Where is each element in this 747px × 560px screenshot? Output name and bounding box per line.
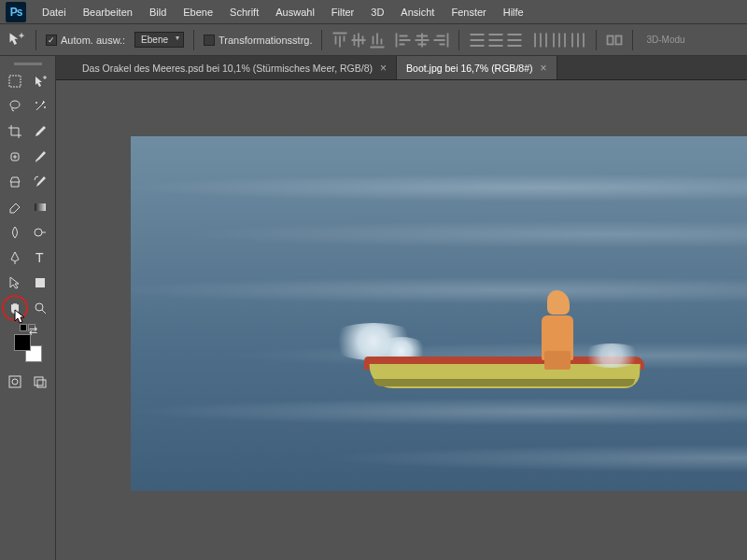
path-select-tool[interactable]	[3, 271, 27, 295]
align-right-icon[interactable]	[432, 32, 449, 49]
dist-left-icon[interactable]	[532, 32, 549, 49]
transform-label: Transformationsstrg.	[218, 35, 312, 46]
menu-image[interactable]: Bild	[141, 7, 175, 18]
tab-label: Boot.jpg bei 16,7% (RGB/8#)	[406, 63, 532, 74]
mode-label: 3D-Modu	[646, 35, 684, 45]
svg-rect-1	[616, 35, 622, 44]
align-top-icon[interactable]	[331, 32, 348, 49]
checkbox-icon	[46, 35, 57, 46]
editor-area: Das Orakel des Meeres.psd bei 10,1% (Stü…	[56, 56, 747, 560]
menu-layer[interactable]: Ebene	[175, 7, 221, 18]
canvas-image	[131, 136, 747, 491]
svg-rect-7	[35, 203, 46, 211]
dist-right-icon[interactable]	[570, 32, 586, 49]
dist-hcenter-icon[interactable]	[551, 32, 568, 49]
type-tool[interactable]: T	[28, 245, 52, 270]
svg-rect-15	[37, 380, 46, 387]
svg-point-11	[35, 303, 43, 311]
zoom-tool[interactable]	[28, 296, 52, 320]
toolbox: T ⇄	[0, 56, 56, 560]
svg-point-5	[44, 106, 46, 108]
screenmode-tool[interactable]	[28, 370, 52, 394]
separator	[596, 30, 597, 50]
target-dropdown[interactable]: Ebene	[134, 32, 184, 48]
menu-3d[interactable]: 3D	[362, 7, 392, 18]
distribute-group-1	[469, 32, 523, 49]
spot-heal-tool[interactable]	[3, 145, 27, 169]
menu-bar: Ps Datei Bearbeiten Bild Ebene Schrift A…	[0, 0, 747, 24]
close-icon[interactable]: ×	[540, 62, 546, 75]
swap-colors-icon[interactable]: ⇄	[28, 324, 35, 331]
marquee-tool[interactable]	[3, 69, 27, 93]
separator	[35, 30, 36, 50]
clone-stamp-tool[interactable]	[3, 170, 27, 194]
shape-tool[interactable]	[28, 271, 52, 295]
svg-point-4	[35, 102, 37, 104]
checkbox-icon	[204, 35, 215, 46]
svg-rect-12	[9, 376, 21, 387]
menu-filter[interactable]: Filter	[323, 7, 362, 18]
workspace: T ⇄	[0, 56, 747, 560]
tab-label: Das Orakel des Meeres.psd bei 10,1% (Stü…	[82, 63, 373, 74]
dodge-tool[interactable]	[28, 220, 52, 245]
menu-type[interactable]: Schrift	[221, 7, 267, 18]
menu-file[interactable]: Datei	[34, 7, 75, 18]
app-logo: Ps	[6, 2, 26, 22]
svg-rect-0	[608, 35, 613, 44]
magic-wand-tool[interactable]	[28, 94, 52, 119]
move-tool-icon[interactable]	[7, 31, 26, 49]
svg-rect-2	[9, 76, 21, 87]
crop-tool[interactable]	[3, 119, 27, 144]
separator	[321, 30, 322, 50]
canvas-area[interactable]	[56, 80, 747, 560]
dist-vcenter-icon[interactable]	[487, 32, 504, 49]
svg-text:T: T	[35, 250, 44, 265]
pen-tool[interactable]	[3, 245, 27, 270]
svg-point-8	[35, 229, 42, 236]
close-icon[interactable]: ×	[380, 62, 387, 75]
align-vcenter-icon[interactable]	[350, 32, 367, 49]
document-tab[interactable]: Das Orakel des Meeres.psd bei 10,1% (Stü…	[73, 56, 397, 79]
svg-rect-14	[35, 377, 43, 385]
options-bar: Autom. ausw.: Ebene Transformationsstrg.…	[0, 24, 747, 56]
auto-align-icon[interactable]	[606, 32, 623, 49]
dist-bottom-icon[interactable]	[506, 32, 523, 49]
svg-rect-10	[35, 278, 45, 287]
color-swatches: ⇄	[2, 324, 53, 362]
document-tabs: Das Orakel des Meeres.psd bei 10,1% (Stü…	[56, 56, 747, 80]
menu-window[interactable]: Fenster	[443, 7, 494, 18]
svg-point-3	[10, 101, 20, 108]
auto-select-label: Autom. ausw.:	[61, 35, 125, 46]
foreground-swatch[interactable]	[14, 334, 31, 351]
align-group-1	[331, 32, 386, 49]
distribute-group-2	[532, 32, 586, 49]
dist-top-icon[interactable]	[469, 32, 486, 49]
quickmask-tool[interactable]	[3, 370, 27, 394]
move-tool[interactable]	[28, 69, 52, 93]
separator	[632, 30, 633, 50]
auto-select-checkbox[interactable]: Autom. ausw.:	[46, 35, 125, 46]
hand-tool[interactable]	[3, 296, 27, 320]
align-hcenter-icon[interactable]	[414, 32, 430, 49]
menu-edit[interactable]: Bearbeiten	[75, 7, 141, 18]
history-brush-tool[interactable]	[28, 170, 52, 194]
brush-tool[interactable]	[28, 145, 52, 169]
menu-help[interactable]: Hilfe	[495, 7, 532, 18]
eraser-tool[interactable]	[3, 195, 27, 219]
transform-checkbox[interactable]: Transformationsstrg.	[204, 35, 312, 46]
separator	[193, 30, 194, 50]
menu-select[interactable]: Auswahl	[267, 7, 323, 18]
align-group-2	[395, 32, 449, 49]
blur-tool[interactable]	[3, 220, 27, 245]
gradient-tool[interactable]	[28, 195, 52, 219]
swatch-stack[interactable]	[14, 334, 42, 362]
lasso-tool[interactable]	[3, 94, 27, 119]
document-tab[interactable]: Boot.jpg bei 16,7% (RGB/8#) ×	[397, 56, 557, 79]
align-bottom-icon[interactable]	[369, 32, 386, 49]
separator	[458, 30, 459, 50]
toolbox-collapse-icon[interactable]	[2, 60, 54, 67]
menu-view[interactable]: Ansicht	[392, 7, 443, 18]
align-left-icon[interactable]	[395, 32, 412, 49]
cursor-arrow-icon	[14, 309, 27, 328]
eyedropper-tool[interactable]	[28, 119, 52, 144]
